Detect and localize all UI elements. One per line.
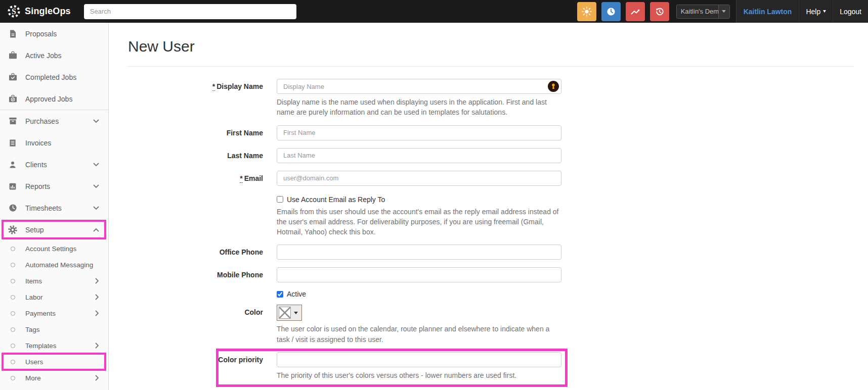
svg-text:S: S xyxy=(12,7,16,16)
color-label: Color xyxy=(128,305,263,345)
help-menu[interactable]: Help xyxy=(799,0,833,23)
singleops-logo-icon: S xyxy=(7,5,21,18)
sidebar-item-proposals[interactable]: Proposals xyxy=(0,23,108,44)
chevron-down-icon xyxy=(93,163,99,167)
sidebar-item-invoices[interactable]: Invoices xyxy=(0,132,108,154)
topbar-right: Kaitlin's Demo Kaitlin Lawton Help Logou… xyxy=(577,0,868,23)
account-select[interactable]: Kaitlin's Demo xyxy=(676,5,730,19)
sidebar: Proposals Active Jobs Completed Jobs xyxy=(0,23,109,390)
sidebar-item-templates[interactable]: Templates xyxy=(0,337,108,354)
user-name-link[interactable]: Kaitlin Lawton xyxy=(736,0,799,23)
circle-bullet-icon xyxy=(0,360,25,364)
form-group-color: Color The user color is used on the cale… xyxy=(128,305,854,345)
display-name-label: *Display Name xyxy=(128,79,263,118)
sidebar-item-clients[interactable]: Clients xyxy=(0,154,108,175)
sidebar-item-reports[interactable]: Reports xyxy=(0,175,108,197)
sidebar-item-label: Payments xyxy=(25,310,95,317)
display-name-help: Display name is the name used when displ… xyxy=(277,97,561,118)
clock-button[interactable] xyxy=(601,2,621,21)
chevron-right-icon xyxy=(95,310,99,316)
sun-button[interactable] xyxy=(577,2,596,21)
sidebar-item-label: Account Settings xyxy=(25,245,99,253)
sidebar-item-purchases[interactable]: Purchases xyxy=(0,110,108,132)
reply-to-checkbox[interactable] xyxy=(277,196,283,203)
sidebar-item-label: Invoices xyxy=(25,139,99,147)
sidebar-item-tags[interactable]: Tags xyxy=(0,321,108,337)
chevron-down-icon xyxy=(294,312,298,314)
title-divider xyxy=(128,66,854,67)
form-group-color-priority: Color priority The priority of this user… xyxy=(128,352,854,380)
account-select-value: Kaitlin's Demo xyxy=(677,5,718,18)
circle-bullet-icon xyxy=(0,376,25,380)
trend-line-button[interactable] xyxy=(626,2,645,21)
main-content: New User *Display Name Display name is t… xyxy=(109,23,868,388)
active-label: Active xyxy=(287,290,306,298)
color-priority-help: The priority of this user's colors versu… xyxy=(277,370,561,380)
topbar-user-segment: Kaitlin Lawton Help Logout xyxy=(736,0,868,23)
history-button[interactable] xyxy=(650,2,669,21)
sidebar-item-automated-messaging[interactable]: Automated Messaging xyxy=(0,257,108,273)
sidebar-item-setup[interactable]: Setup xyxy=(0,219,108,240)
password-manager-extension-icon[interactable] xyxy=(548,81,559,92)
required-asterisk: * xyxy=(212,82,215,91)
first-name-field[interactable] xyxy=(277,125,561,140)
active-checkbox-row[interactable]: Active xyxy=(277,290,561,298)
sidebar-item-label: Templates xyxy=(25,342,95,350)
sidebar-item-account-settings[interactable]: Account Settings xyxy=(0,240,108,257)
receipt-icon xyxy=(0,138,25,148)
history-icon xyxy=(655,7,665,17)
briefcase-icon xyxy=(0,51,25,60)
color-picker[interactable] xyxy=(277,305,302,321)
chevron-down-icon xyxy=(93,119,99,123)
sidebar-item-label: Active Jobs xyxy=(25,52,99,60)
trend-line-icon xyxy=(630,7,640,17)
gear-icon xyxy=(0,225,25,235)
circle-bullet-icon xyxy=(0,311,25,316)
sidebar-item-items[interactable]: Items xyxy=(0,273,108,289)
search-input[interactable] xyxy=(84,4,296,19)
archive-box-icon xyxy=(0,116,25,126)
mobile-phone-field[interactable] xyxy=(277,267,561,282)
chevron-right-icon xyxy=(95,375,99,381)
color-priority-field[interactable] xyxy=(277,352,561,367)
sidebar-item-timesheets[interactable]: Timesheets xyxy=(0,197,108,219)
sidebar-item-approved-jobs[interactable]: Approved Jobs xyxy=(0,88,108,110)
clock-icon xyxy=(606,7,616,17)
sun-icon xyxy=(582,7,592,17)
account-select-caret-button[interactable] xyxy=(718,5,729,18)
sidebar-item-users[interactable]: Users xyxy=(0,354,108,370)
brand[interactable]: S SingleOps xyxy=(0,5,71,18)
briefcase-approved-icon xyxy=(0,94,25,104)
chevron-right-icon xyxy=(95,343,99,349)
sidebar-item-label: Purchases xyxy=(25,117,93,125)
sidebar-item-label: Approved Jobs xyxy=(25,95,99,103)
email-field[interactable] xyxy=(277,171,561,186)
active-checkbox[interactable] xyxy=(277,291,283,298)
circle-bullet-icon xyxy=(0,344,25,348)
sidebar-item-more[interactable]: More xyxy=(0,370,108,386)
sidebar-item-completed-jobs[interactable]: Completed Jobs xyxy=(0,66,108,88)
reply-to-label: Use Account Email as Reply To xyxy=(287,196,385,204)
required-asterisk: * xyxy=(240,174,242,183)
person-icon xyxy=(0,160,25,169)
circle-bullet-icon xyxy=(0,263,25,267)
last-name-label: Last Name xyxy=(128,148,263,163)
chevron-down-icon xyxy=(823,10,826,13)
last-name-field[interactable] xyxy=(277,148,561,163)
reply-to-checkbox-row[interactable]: Use Account Email as Reply To xyxy=(277,193,561,204)
office-phone-field[interactable] xyxy=(277,245,561,260)
bar-chart-icon xyxy=(0,182,25,191)
display-name-field[interactable] xyxy=(277,79,561,94)
sidebar-item-labor[interactable]: Labor xyxy=(0,289,108,305)
logout-link[interactable]: Logout xyxy=(833,0,868,23)
sidebar-item-label: Items xyxy=(25,277,95,285)
email-label: *Email xyxy=(128,171,263,186)
sidebar-item-payments[interactable]: Payments xyxy=(0,305,108,321)
color-swatch-none-icon xyxy=(279,307,291,319)
reply-to-help: Emails from this user should use the acc… xyxy=(277,207,561,237)
circle-bullet-icon xyxy=(0,247,25,251)
mobile-phone-label: Mobile Phone xyxy=(128,267,263,282)
sidebar-item-active-jobs[interactable]: Active Jobs xyxy=(0,44,108,66)
sidebar-item-label: Users xyxy=(25,358,99,366)
chevron-right-icon xyxy=(95,278,99,284)
